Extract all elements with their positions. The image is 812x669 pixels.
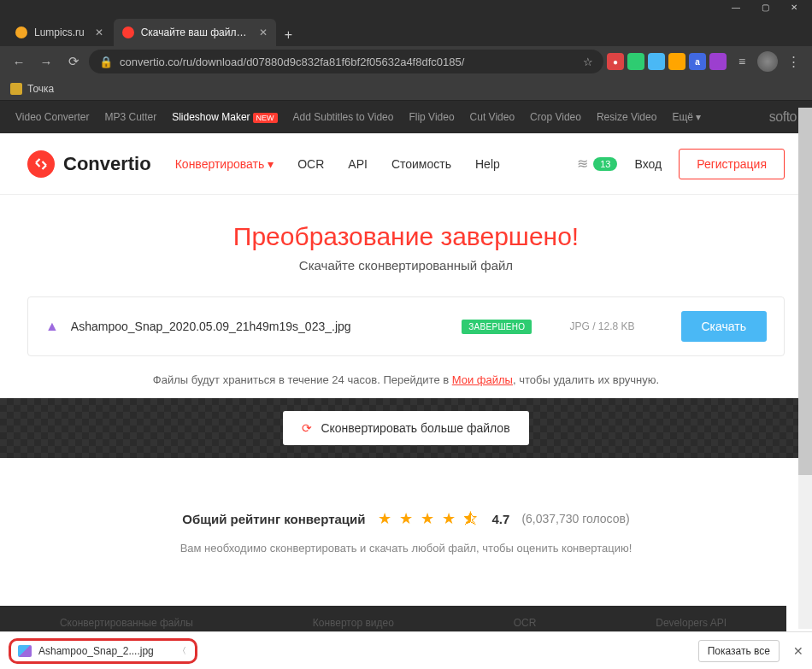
footer-link[interactable]: Сконвертированные файлы [60,617,193,629]
download-button[interactable]: Скачать [681,311,768,342]
favicon [15,26,27,38]
nav-ocr[interactable]: OCR [297,157,324,171]
favicon [122,26,134,38]
nav-slideshow-maker[interactable]: Slideshow MakerNEW [172,111,277,123]
tab-convertio[interactable]: Скачайте ваш файл — Convertio ✕ [114,19,276,46]
close-icon[interactable]: ✕ [793,644,803,658]
tab-strip: Lumpics.ru ✕ Скачайте ваш файл — Convert… [0,14,812,46]
refresh-icon: ⟳ [302,421,312,435]
file-info: JPG / 12.8 KB [569,320,634,332]
tab-title: Lumpics.ru [34,26,85,38]
profile-avatar[interactable] [757,51,778,72]
main-header: Convertio Конвертировать ▾ OCR API Стоим… [0,133,812,195]
close-icon[interactable]: ✕ [95,26,103,38]
footer-link[interactable]: OCR [514,617,537,629]
download-filename: Ashampoo_Snap_2....jpg [38,645,154,657]
address-bar[interactable]: 🔒 convertio.co/ru/download/d07880d9c832f… [89,50,603,73]
file-name: Ashampoo_Snap_2020.05.09_21h49m19s_023_.… [71,320,450,333]
back-button[interactable]: ← [7,50,31,73]
menu-icon[interactable]: ⋮ [781,50,805,73]
vertical-scrollbar[interactable] [798,108,812,629]
download-shelf: Ashampoo_Snap_2....jpg 〈 Показать все ✕ [0,631,812,669]
my-files-link[interactable]: Мои файлы [452,373,513,386]
new-tab-button[interactable]: + [278,24,299,46]
chevron-up-icon[interactable]: 〈 [178,645,186,657]
convert-more-section: ⟳ Сконвертировать больше файлов [0,398,812,458]
rating-count: (6,037,730 голосов) [521,512,629,525]
page-content: Video Converter MP3 Cutter Slideshow Mak… [0,101,812,640]
rating-label: Общий рейтинг конвертаций [182,512,365,526]
hero: Преобразование завершено! Скачайте сконв… [0,195,812,288]
reload-button[interactable]: ⟳ [62,50,85,73]
nav-convert[interactable]: Конвертировать ▾ [175,157,274,171]
extension-icon[interactable] [709,53,727,70]
nav-add-subtitles[interactable]: Add Subtitles to Video [293,111,394,123]
window-maximize[interactable]: ▢ [750,0,780,14]
nav-more[interactable]: Ещё ▾ [672,111,701,123]
nav-pricing[interactable]: Стоимость [391,157,451,171]
minutes-badge[interactable]: ≋ 13 [577,156,617,172]
show-all-button[interactable]: Показать все [698,640,780,662]
nav-crop-video[interactable]: Crop Video [530,111,581,123]
lock-icon: 🔒 [99,56,113,68]
extension-icon[interactable] [627,53,644,70]
close-icon[interactable]: ✕ [259,26,268,38]
reading-list-icon[interactable]: ≡ [730,50,754,73]
toolbar: ← → ⟳ 🔒 convertio.co/ru/download/d07880d… [0,46,812,77]
hero-subtitle: Скачайте сконвертированный файл [0,258,812,273]
convert-more-button[interactable]: ⟳ Сконвертировать больше файлов [283,411,528,445]
signup-button[interactable]: Регистрация [679,149,785,179]
badge-count: 13 [593,157,617,171]
rating-score: 4.7 [492,512,510,526]
url-text: convertio.co/ru/download/d07880d9c832fa8… [120,56,576,68]
extension-icon[interactable]: ● [607,53,624,70]
extension-icon[interactable] [668,53,685,70]
softo-nav: Video Converter MP3 Cutter Slideshow Mak… [0,101,812,133]
folder-icon [10,83,22,95]
download-item[interactable]: Ashampoo_Snap_2....jpg 〈 [9,638,197,664]
scrollbar-thumb[interactable] [798,108,812,475]
status-badge: ЗАВЕРШЕНО [462,320,532,334]
rating-section: Общий рейтинг конвертаций ★ ★ ★ ★ ⯪ 4.7 … [0,458,812,572]
nav-resize-video[interactable]: Resize Video [597,111,657,123]
softo-logo: softo [769,109,797,125]
footer-link[interactable]: Developers API [656,617,727,629]
window-minimize[interactable]: — [721,0,750,14]
hero-title: Преобразование завершено! [0,222,812,251]
nav-video-converter[interactable]: Video Converter [15,111,90,123]
extension-icon[interactable] [648,53,665,70]
tab-title: Скачайте ваш файл — Convertio [141,26,249,38]
bookmarks-bar: Точка [0,77,812,101]
window-titlebar: — ▢ ✕ [0,0,812,14]
forward-button[interactable]: → [34,50,58,73]
extension-icon[interactable]: a [689,53,706,70]
nav-mp3-cutter[interactable]: MP3 Cutter [105,111,157,123]
new-badge: NEW [253,113,278,123]
image-icon: ▲ [45,319,59,334]
rating-subtitle: Вам необходимо сконвертировать и скачать… [0,542,812,555]
star-icon[interactable]: ☆ [583,56,593,68]
file-result-row: ▲ Ashampoo_Snap_2020.05.09_21h49m19s_023… [27,296,785,356]
tab-lumpics[interactable]: Lumpics.ru ✕ [7,19,112,46]
bookmark-item[interactable]: Точка [27,83,54,95]
storage-note: Файлы будут храниться в течение 24 часов… [0,373,812,386]
login-link[interactable]: Вход [634,157,662,171]
logo-icon [27,150,55,178]
convertio-logo[interactable]: Convertio [27,150,151,178]
nav-api[interactable]: API [348,157,368,171]
layers-icon: ≋ [577,156,588,172]
nav-help[interactable]: Help [475,157,500,171]
footer-link[interactable]: Конвертор видео [313,617,394,629]
window-close[interactable]: ✕ [780,0,809,14]
nav-flip-video[interactable]: Flip Video [409,111,454,123]
star-icons: ★ ★ ★ ★ ⯪ [378,509,480,528]
nav-cut-video[interactable]: Cut Video [470,111,515,123]
extensions: ● a ≡ ⋮ [607,50,805,73]
chevron-down-icon: ▾ [268,157,274,171]
image-icon [18,645,32,657]
chevron-down-icon: ▾ [696,111,701,123]
